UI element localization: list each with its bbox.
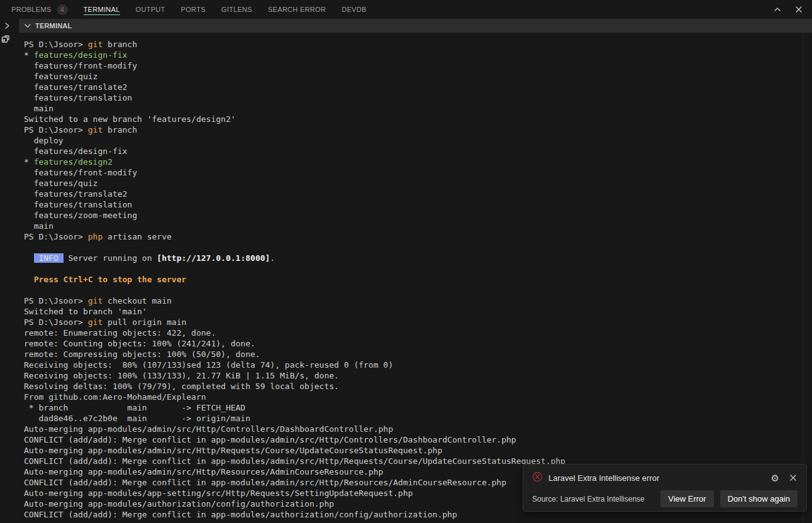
tab-devdb[interactable]: DEVDB (342, 0, 366, 19)
tab-output[interactable]: OUTPUT (136, 0, 165, 19)
terminal-line: features/design-fix (24, 146, 812, 157)
info-badge: INFO (34, 253, 64, 263)
tab-gitlens[interactable]: GITLENS (221, 0, 252, 19)
terminal-line: Switched to branch 'main' (24, 306, 812, 317)
terminal-text: main (24, 221, 53, 231)
terminal-line (24, 242, 812, 253)
view-error-button[interactable]: View Error (660, 490, 713, 507)
terminal-line: deploy (24, 135, 812, 146)
terminal-line: CONFLICT (add/add): Merge conflict in ap… (24, 434, 812, 445)
terminal-text: PS D:\Jsoor> (24, 125, 88, 135)
terminal-text: features/translation (24, 200, 132, 209)
terminal-text: From github.com:Aero-Mohamed/Explearn (24, 392, 206, 402)
terminal-text: Switched to branch 'main' (24, 307, 147, 316)
terminal-line: features/translate2 (24, 189, 812, 199)
terminal-text: checkout main (103, 296, 172, 306)
terminal-text: remote: Counting objects: 100% (241/241)… (24, 339, 255, 348)
terminal-line: Resolving deltas: 100% (79/79), complete… (24, 381, 812, 392)
terminal-text: Auto-merging app-modules/authorization/c… (24, 499, 334, 509)
terminal-text: CONFLICT (add/add): Merge conflict in ap… (24, 435, 516, 444)
terminal-line: features/translation (24, 199, 812, 210)
terminal-text: features/front-modify (24, 168, 137, 177)
tab-label: PROBLEMS (11, 6, 52, 13)
open-in-editor-icon[interactable] (1, 35, 10, 43)
tab-ports[interactable]: PORTS (181, 0, 206, 19)
terminal-text: features/design-fix (34, 50, 128, 60)
tab-label: TERMINAL (84, 6, 120, 13)
terminal-text: Auto-merging app-modules/admin/src/Http/… (24, 424, 393, 434)
terminal-line: features/quiz (24, 178, 812, 189)
terminal-text: branch (103, 40, 137, 49)
terminal-line: dad8e46..e7c2b0e main -> origin/main (24, 413, 812, 424)
terminal-text: remote: Enumerating objects: 422, done. (24, 328, 216, 338)
panel-left-gutter (0, 19, 19, 33)
terminal-text: artisan serve (103, 232, 172, 241)
terminal-line: INFO Server running on [http://127.0.0.1… (24, 253, 812, 263)
terminal-text: Resolving deltas: 100% (79/79), complete… (24, 382, 339, 391)
terminal-text: [http://127.0.0.1:8000] (157, 253, 270, 263)
terminal-line: PS D:\Jsoor> git branch (24, 39, 812, 50)
dont-show-again-button[interactable]: Don't show again (720, 490, 798, 507)
terminal-line: features/translation (24, 92, 812, 103)
terminal-text: branch (103, 125, 137, 135)
terminal-line: features/translate2 (24, 82, 812, 92)
terminal-text: * (24, 50, 34, 60)
terminal-text: features/quiz (24, 72, 97, 81)
tab-search-error[interactable]: SEARCH ERROR (268, 0, 326, 19)
notification-title: Laravel Extra Intellisense error (548, 473, 765, 483)
terminal-line: features/front-modify (24, 60, 812, 71)
terminal-text: remote: Compressing objects: 100% (50/50… (24, 350, 260, 359)
close-icon[interactable] (789, 473, 798, 482)
terminal-line (24, 285, 812, 295)
terminal-text: main (24, 104, 53, 113)
tab-label: SEARCH ERROR (268, 6, 326, 13)
terminal-text: Receiving objects: 100% (133/133), 21.77… (24, 371, 339, 380)
terminal-section-header[interactable]: TERMINAL (19, 19, 812, 33)
terminal-text: Receiving objects: 80% (107/133)sed 123 … (24, 360, 393, 370)
terminal-text: * branch main -> FETCH_HEAD (24, 403, 245, 412)
maximize-panel-chevron-up-icon[interactable] (773, 5, 782, 14)
terminal-text (24, 253, 34, 263)
terminal-text: PS D:\Jsoor> (24, 232, 88, 241)
terminal-line: Switched to a new branch 'features/desig… (24, 114, 812, 124)
terminal-line: remote: Compressing objects: 100% (50/50… (24, 349, 812, 360)
terminal-text: deploy (24, 136, 64, 145)
tab-terminal[interactable]: TERMINAL (84, 0, 120, 19)
terminal-text: CONFLICT (add/add): Merge conflict in ap… (24, 510, 457, 519)
terminal-line: main (24, 103, 812, 114)
chevron-right-icon[interactable] (3, 22, 11, 30)
terminal-line: Receiving objects: 80% (107/133)sed 123 … (24, 360, 812, 370)
problems-count-badge: 4 (57, 4, 68, 15)
terminal-text: CONFLICT (add/add): Merge conflict in ap… (24, 456, 565, 466)
notification-toast: Laravel Extra Intellisense error ⚙ Sourc… (523, 464, 807, 512)
terminal-text: features/design2 (34, 157, 113, 167)
terminal-line: Auto-merging app-modules/admin/src/Http/… (24, 445, 812, 456)
panel-tab-bar: PROBLEMS4TERMINALOUTPUTPORTSGITLENSSEARC… (0, 0, 812, 19)
tab-problems[interactable]: PROBLEMS4 (11, 0, 68, 19)
terminal-line: * branch main -> FETCH_HEAD (24, 402, 812, 413)
tab-label: OUTPUT (136, 6, 165, 13)
terminal-text: features/translate2 (24, 82, 127, 92)
terminal-text: Server running on (64, 253, 157, 263)
tab-label: DEVDB (342, 6, 366, 13)
terminal-text: Auto-merging app-modules/admin/src/Http/… (24, 467, 383, 476)
terminal-line: From github.com:Aero-Mohamed/Explearn (24, 392, 812, 402)
terminal-line: main (24, 221, 812, 231)
notification-source: Source: Laravel Extra Intellisense (532, 495, 654, 504)
terminal-output[interactable]: PS D:\Jsoor> git branch* features/design… (0, 33, 812, 520)
terminal-text: php (88, 232, 103, 241)
close-panel-icon[interactable] (794, 5, 803, 14)
terminal-line: features/front-modify (24, 167, 812, 178)
terminal-line: features/quiz (24, 71, 812, 82)
terminal-section-title: TERMINAL (35, 22, 72, 30)
terminal-text: features/zoom-meeting (24, 211, 137, 220)
chevron-down-icon[interactable] (24, 22, 31, 30)
terminal-text: git (88, 296, 103, 306)
tab-label: GITLENS (221, 6, 252, 13)
terminal-text: CONFLICT (add/add): Merge conflict in ap… (24, 478, 506, 487)
terminal-text: pull origin main (103, 317, 186, 327)
terminal-text: Switched to a new branch 'features/desig… (24, 114, 236, 124)
error-icon (532, 471, 543, 485)
terminal-line: Auto-merging app-modules/admin/src/Http/… (24, 424, 812, 434)
gear-icon[interactable]: ⚙ (771, 473, 779, 483)
